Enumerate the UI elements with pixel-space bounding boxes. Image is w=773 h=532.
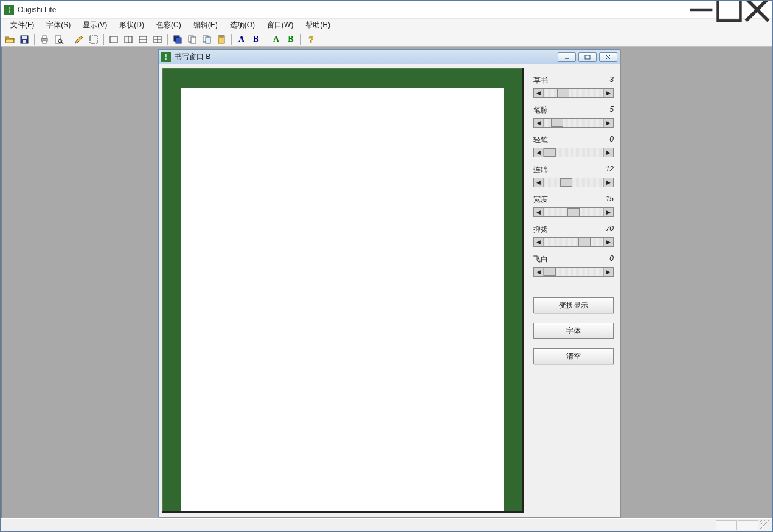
child-titlebar[interactable]: ¦ 书写窗口 B (159, 50, 620, 64)
paste-icon[interactable] (215, 33, 228, 46)
param-slider[interactable]: ◀▶ (533, 118, 614, 128)
letter-b-green-icon[interactable]: B (284, 33, 297, 46)
maximize-button[interactable] (715, 1, 743, 19)
svg-rect-6 (23, 40, 26, 43)
slider-left-arrow-icon[interactable]: ◀ (534, 89, 544, 97)
font-button[interactable]: 字体 (533, 323, 614, 339)
menu-shape[interactable]: 形状(D) (113, 19, 150, 32)
slider-left-arrow-icon[interactable]: ◀ (534, 238, 544, 246)
svg-rect-32 (585, 55, 590, 59)
child-app-icon: ¦ (161, 52, 171, 62)
param-slider[interactable]: ◀▶ (533, 88, 614, 98)
menu-options[interactable]: 选项(O) (224, 19, 261, 32)
layers-icon[interactable] (171, 33, 184, 46)
select-rect-icon[interactable] (87, 33, 100, 46)
slider-track[interactable] (544, 268, 603, 276)
child-minimize-button[interactable] (558, 52, 576, 62)
param-label: 笔脉 (533, 105, 548, 116)
child-window: ¦ 书写窗口 B 草书3◀▶笔脉5◀▶轻笔0◀▶连绵12◀▶宽度15◀▶抑扬70… (158, 49, 620, 517)
param-row-3: 连绵12◀▶ (533, 165, 614, 187)
letter-a-green-icon[interactable]: A (269, 33, 283, 46)
letter-a-navy-icon[interactable]: A (235, 33, 248, 46)
slider-left-arrow-icon[interactable]: ◀ (534, 178, 544, 187)
menu-file[interactable]: 文件(F) (4, 19, 40, 32)
svg-rect-1 (718, 0, 741, 21)
param-slider[interactable]: ◀▶ (533, 207, 614, 217)
param-row-1: 笔脉5◀▶ (533, 105, 614, 128)
help-icon[interactable]: ? (304, 33, 317, 46)
param-label: 宽度 (533, 195, 548, 205)
param-slider[interactable]: ◀▶ (533, 178, 614, 187)
param-label: 抑扬 (533, 224, 548, 235)
slider-track[interactable] (544, 208, 603, 216)
slider-thumb[interactable] (544, 148, 556, 157)
slider-right-arrow-icon[interactable]: ▶ (603, 268, 613, 276)
minimize-button[interactable] (687, 1, 715, 19)
copy-icon[interactable] (185, 33, 199, 46)
slider-track[interactable] (544, 238, 603, 246)
param-row-6: 飞白0◀▶ (533, 254, 614, 277)
slider-right-arrow-icon[interactable]: ▶ (603, 238, 613, 246)
drawing-paper[interactable] (181, 88, 504, 511)
rect-1-icon[interactable] (107, 33, 120, 46)
pencil-icon[interactable] (72, 33, 86, 46)
slider-track[interactable] (544, 89, 603, 97)
slider-right-arrow-icon[interactable]: ▶ (603, 89, 613, 97)
slider-thumb[interactable] (567, 208, 580, 216)
menu-font[interactable]: 字体(S) (40, 19, 77, 32)
param-slider[interactable]: ◀▶ (533, 237, 614, 247)
slider-thumb[interactable] (560, 178, 572, 187)
copy-2-icon[interactable] (200, 33, 213, 46)
param-row-2: 轻笔0◀▶ (533, 135, 614, 157)
menu-window[interactable]: 窗口(W) (261, 19, 299, 32)
slider-left-arrow-icon[interactable]: ◀ (534, 268, 544, 276)
menu-color[interactable]: 色彩(C) (150, 19, 187, 32)
slider-track[interactable] (544, 148, 603, 157)
open-icon[interactable] (3, 33, 16, 46)
menu-display[interactable]: 显示(V) (77, 19, 113, 32)
slider-thumb[interactable] (544, 268, 556, 276)
param-value: 0 (609, 254, 614, 264)
child-close-button[interactable] (599, 52, 617, 62)
save-icon[interactable] (18, 33, 31, 46)
slider-thumb[interactable] (557, 89, 569, 97)
param-row-4: 宽度15◀▶ (533, 195, 614, 217)
menu-edit[interactable]: 编辑(E) (187, 19, 224, 32)
slider-right-arrow-icon[interactable]: ▶ (603, 119, 613, 127)
slider-left-arrow-icon[interactable]: ◀ (534, 208, 544, 216)
slider-left-arrow-icon[interactable]: ◀ (534, 119, 544, 127)
param-value: 3 (609, 75, 614, 86)
svg-rect-8 (43, 36, 46, 38)
rect-3-icon[interactable] (136, 33, 150, 46)
transform-display-button[interactable]: 变换显示 (533, 297, 614, 313)
statusbar (1, 519, 772, 531)
child-maximize-button[interactable] (578, 52, 597, 62)
letter-b-navy-icon[interactable]: B (249, 33, 263, 46)
rect-2-icon[interactable] (122, 33, 135, 46)
menu-help[interactable]: 帮助(H) (299, 19, 336, 32)
slider-thumb[interactable] (578, 238, 591, 246)
clear-button[interactable]: 清空 (533, 348, 614, 364)
slider-left-arrow-icon[interactable]: ◀ (534, 148, 544, 157)
param-label: 轻笔 (533, 135, 548, 145)
resize-grip-icon[interactable] (760, 520, 769, 530)
param-slider[interactable]: ◀▶ (533, 148, 614, 157)
print-icon[interactable] (38, 33, 51, 46)
slider-track[interactable] (544, 119, 603, 127)
close-button[interactable] (743, 1, 771, 19)
rect-4-icon[interactable] (151, 33, 164, 46)
svg-rect-25 (191, 37, 196, 43)
slider-right-arrow-icon[interactable]: ▶ (603, 208, 613, 216)
slider-thumb[interactable] (551, 119, 563, 127)
svg-line-12 (61, 42, 63, 44)
slider-right-arrow-icon[interactable]: ▶ (603, 148, 613, 157)
mdi-area: ¦ 书写窗口 B 草书3◀▶笔脉5◀▶轻笔0◀▶连绵12◀▶宽度15◀▶抑扬70… (1, 47, 772, 518)
slider-track[interactable] (544, 178, 603, 187)
canvas-area[interactable] (162, 68, 524, 513)
param-value: 0 (609, 135, 614, 145)
param-slider[interactable]: ◀▶ (533, 267, 614, 277)
print-preview-icon[interactable] (52, 33, 66, 46)
param-value: 15 (606, 195, 614, 205)
slider-right-arrow-icon[interactable]: ▶ (603, 178, 613, 187)
toolbar: A B A B ? (1, 32, 772, 47)
